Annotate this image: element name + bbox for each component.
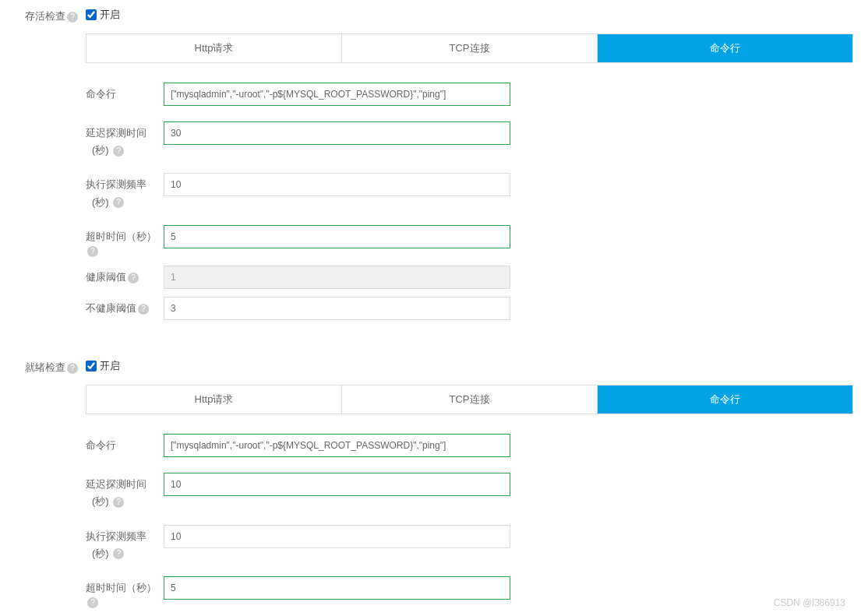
readiness-enable-checkbox[interactable] (86, 361, 97, 371)
liveness-delay-input[interactable] (164, 121, 510, 145)
liveness-tabs: Http请求 TCP连接 命令行 (86, 33, 853, 63)
readiness-timeout-label: 超时时间（秒）? (86, 576, 164, 609)
liveness-timeout-row: 超时时间（秒）? (86, 225, 861, 258)
help-icon[interactable]: ? (87, 597, 98, 608)
tab-command[interactable]: 命令行 (598, 34, 852, 62)
tab-http[interactable]: Http请求 (86, 385, 342, 414)
help-icon[interactable]: ? (67, 12, 78, 23)
liveness-period-input[interactable] (164, 173, 510, 196)
readiness-timeout-row: 超时时间（秒）? (86, 576, 861, 609)
readiness-tabs: Http请求 TCP连接 命令行 (86, 385, 853, 414)
liveness-failure-input[interactable] (164, 297, 510, 320)
readiness-period-label: 执行探测频率 (秒) ? (86, 525, 164, 561)
liveness-command-input[interactable] (164, 83, 510, 106)
tab-http[interactable]: Http请求 (86, 34, 342, 62)
liveness-enable-row: 开启 (86, 8, 861, 22)
readiness-delay-input[interactable] (164, 473, 510, 496)
tab-tcp[interactable]: TCP连接 (342, 385, 598, 414)
help-icon[interactable]: ? (113, 197, 124, 208)
readiness-command-label: 命令行 (86, 434, 164, 452)
liveness-failure-row: 不健康阈值? (86, 297, 861, 320)
help-icon[interactable]: ? (138, 304, 149, 315)
readiness-enable-row: 开启 (86, 359, 861, 373)
liveness-timeout-input[interactable] (164, 225, 510, 248)
readiness-delay-label: 延迟探测时间 (秒) ? (86, 473, 164, 509)
liveness-section: 存活检查? 开启 Http请求 TCP连接 命令行 命令行 延迟探测时间 (秒)… (0, 8, 861, 336)
readiness-period-input[interactable] (164, 525, 510, 548)
liveness-success-input (164, 266, 510, 289)
help-icon[interactable]: ? (113, 146, 124, 157)
liveness-failure-label: 不健康阈值? (86, 297, 164, 315)
liveness-command-label: 命令行 (86, 83, 164, 101)
liveness-command-row: 命令行 (86, 83, 861, 106)
liveness-success-label: 健康阈值? (86, 266, 164, 284)
liveness-title: 存活检查? (0, 8, 86, 336)
liveness-delay-label: 延迟探测时间 (秒) ? (86, 121, 164, 157)
tab-tcp[interactable]: TCP连接 (342, 34, 598, 62)
liveness-success-row: 健康阈值? (86, 266, 861, 289)
help-icon[interactable]: ? (87, 246, 98, 257)
liveness-timeout-label: 超时时间（秒）? (86, 225, 164, 258)
readiness-timeout-input[interactable] (164, 576, 510, 600)
tab-command[interactable]: 命令行 (598, 385, 852, 414)
readiness-command-input[interactable] (164, 434, 510, 457)
readiness-section: 就绪检查? 开启 Http请求 TCP连接 命令行 命令行 延迟探测时间 (秒)… (0, 359, 861, 616)
help-icon[interactable]: ? (113, 497, 124, 508)
readiness-delay-row: 延迟探测时间 (秒) ? (86, 473, 861, 509)
liveness-delay-row: 延迟探测时间 (秒) ? (86, 121, 861, 157)
readiness-command-row: 命令行 (86, 434, 861, 457)
liveness-period-label: 执行探测频率 (秒) ? (86, 173, 164, 209)
watermark: CSDN @l386913 (774, 597, 845, 608)
readiness-title: 就绪检查? (0, 359, 86, 616)
help-icon[interactable]: ? (128, 273, 139, 283)
liveness-enable-checkbox[interactable] (86, 9, 97, 20)
help-icon[interactable]: ? (67, 363, 78, 374)
liveness-enable-label[interactable]: 开启 (100, 8, 120, 22)
liveness-period-row: 执行探测频率 (秒) ? (86, 173, 861, 209)
readiness-period-row: 执行探测频率 (秒) ? (86, 525, 861, 561)
help-icon[interactable]: ? (113, 548, 124, 559)
readiness-enable-label[interactable]: 开启 (100, 359, 120, 373)
